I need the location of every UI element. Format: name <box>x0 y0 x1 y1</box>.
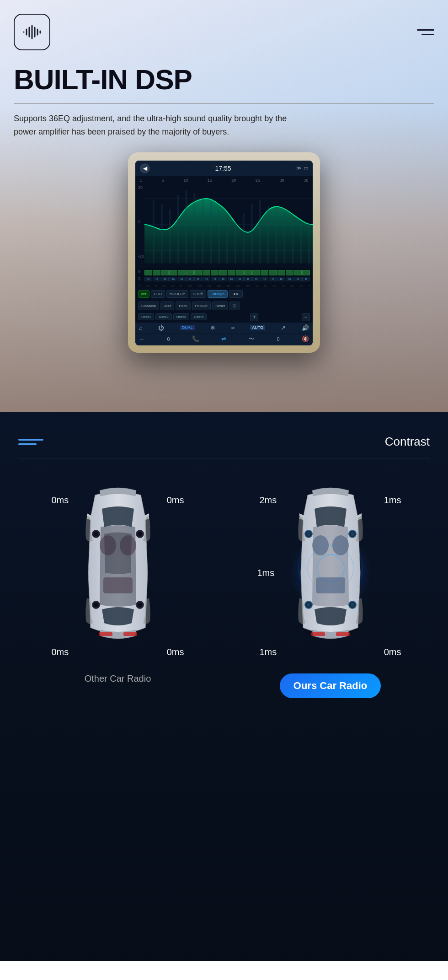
eq-modes-row: Classical Jazz Rock Popular Reset ⓘ <box>135 300 313 312</box>
hamburger-button[interactable] <box>417 29 434 35</box>
eq-minus-button[interactable]: − <box>302 313 310 321</box>
svg-point-34 <box>94 532 98 536</box>
ours-delay-top-left: 2ms <box>260 495 277 506</box>
info-button[interactable]: ⓘ <box>229 302 240 310</box>
svg-rect-13 <box>177 195 179 263</box>
vol-down-icon[interactable]: 🔇 <box>302 335 309 342</box>
svg-point-36 <box>138 532 142 536</box>
eq-label-30: 30 <box>279 178 284 183</box>
freq-7k: 7 <box>309 285 310 287</box>
eq-user-row: User1 User2 User3 User5 + − <box>135 312 313 323</box>
logo-box <box>14 14 50 50</box>
svg-point-47 <box>312 535 329 555</box>
svg-point-40 <box>138 603 142 607</box>
ours-delay-bottom-right: 0ms <box>384 647 401 657</box>
svg-point-53 <box>351 532 354 536</box>
freq-numbers: 24 29 45 53 65 80 100 140 200 290 400 55… <box>135 284 313 288</box>
power-icon[interactable]: ⏻ <box>158 324 164 331</box>
eq-label-1: 1 <box>140 178 142 183</box>
svg-point-57 <box>351 603 354 607</box>
eq-label-25: 25 <box>256 178 260 183</box>
svg-rect-49 <box>316 577 345 593</box>
srs-button[interactable]: SRS® <box>190 290 206 298</box>
freq-5k5: 5.6 <box>300 285 303 287</box>
screen-icons: ≫ ▭ <box>296 165 308 171</box>
left-arrow-icon[interactable]: ← <box>139 335 145 342</box>
bottom-section: Contrast 0ms 0ms 0ms 0ms <box>0 412 448 961</box>
eq-label-5: 5 <box>162 178 164 183</box>
contrast-lines-icon <box>18 439 43 445</box>
page-title: BUILT-IN DSP <box>14 64 434 95</box>
classical-button[interactable]: Classical <box>138 302 159 310</box>
svg-rect-23 <box>259 199 261 263</box>
other-car-item: 0ms 0ms 0ms 0ms <box>18 481 217 684</box>
arrows-button[interactable]: ◄► <box>229 290 243 298</box>
svg-rect-17 <box>210 202 212 263</box>
svg-rect-10 <box>153 199 155 263</box>
svg-rect-11 <box>161 204 163 263</box>
user3-button[interactable]: User3 <box>173 313 189 320</box>
freq-65: 65 <box>171 285 174 287</box>
screen-topbar: ◀ 17:55 ≫ ▭ <box>135 161 313 176</box>
eq-graph-area: 1 5 10 15 20 25 30 36 20 0 -20 <box>135 176 313 268</box>
eq-plus-button[interactable]: + <box>250 313 258 321</box>
phone-icon[interactable]: 📞 <box>192 335 199 342</box>
expand-icon: ≫ <box>296 165 302 171</box>
freq-2k8: 2.8 <box>282 285 285 287</box>
freq-80: 80 <box>180 285 182 287</box>
popular-button[interactable]: Popular <box>192 302 211 310</box>
freq-1k4: 1.4 <box>264 285 267 287</box>
reset-button[interactable]: Reset <box>212 302 228 310</box>
fan-icon[interactable]: ↗ <box>281 324 286 331</box>
freq-100: 100 <box>188 285 192 287</box>
dts-button[interactable]: dts <box>138 290 149 298</box>
airflow-icon[interactable]: ≈ <box>231 324 235 331</box>
eq-y-labels: 20 0 -20 <box>138 185 144 258</box>
svg-rect-16 <box>202 197 203 263</box>
user2-button[interactable]: User2 <box>155 313 171 320</box>
other-delay-bottom-left: 0ms <box>52 647 69 657</box>
freq-1k: 1k <box>256 285 258 287</box>
user1-button[interactable]: User1 <box>138 313 154 320</box>
svg-rect-28 <box>300 222 302 264</box>
contrast-label: Contrast <box>385 435 430 449</box>
freq-29: 29 <box>146 285 149 287</box>
screen-time: 17:55 <box>215 165 231 172</box>
eq-sliders-area: G <box>135 268 313 284</box>
heat-icon[interactable]: 〜 <box>249 335 255 343</box>
fan2-icon[interactable]: ⇌ <box>221 335 226 342</box>
svg-rect-12 <box>169 209 171 263</box>
svg-rect-24 <box>267 206 269 263</box>
battery-icon: ▭ <box>304 165 308 171</box>
dolby-button[interactable]: mDOLBY <box>166 290 188 298</box>
freq-24: 24 <box>138 285 141 287</box>
svg-rect-42 <box>123 632 137 636</box>
through-button[interactable]: Through <box>208 290 228 298</box>
home-icon[interactable]: ⌂ <box>139 324 143 331</box>
vol-right: 0 <box>277 336 279 342</box>
eq-y-20: 20 <box>138 185 144 190</box>
title-divider <box>14 103 434 104</box>
ddd-button[interactable]: DDD <box>151 290 165 298</box>
svg-rect-32 <box>103 577 133 593</box>
eq-label-20: 20 <box>231 178 236 183</box>
rock-button[interactable]: Rock <box>176 302 190 310</box>
svg-rect-14 <box>186 190 187 263</box>
contrast-header: Contrast <box>18 435 430 449</box>
freq-550: 550 <box>236 285 240 287</box>
snowflake-icon[interactable]: ❄ <box>210 324 215 331</box>
vol-up-icon[interactable]: 🔊 <box>302 324 309 331</box>
vol-left: 0 <box>167 336 170 342</box>
jazz-button[interactable]: Jazz <box>160 302 174 310</box>
auto-label: AUTO <box>250 325 265 330</box>
eq-graph-svg <box>144 183 313 266</box>
svg-rect-58 <box>311 632 325 636</box>
user5-button[interactable]: User5 <box>191 313 207 320</box>
svg-point-48 <box>332 535 349 555</box>
header <box>14 0 434 59</box>
eq-q-label: Q <box>138 277 144 281</box>
back-button[interactable]: ◀ <box>140 163 150 173</box>
eq-y-0: 0 <box>138 220 144 224</box>
ours-car-name: Ours Car Radio <box>280 673 381 698</box>
svg-point-38 <box>94 603 98 607</box>
